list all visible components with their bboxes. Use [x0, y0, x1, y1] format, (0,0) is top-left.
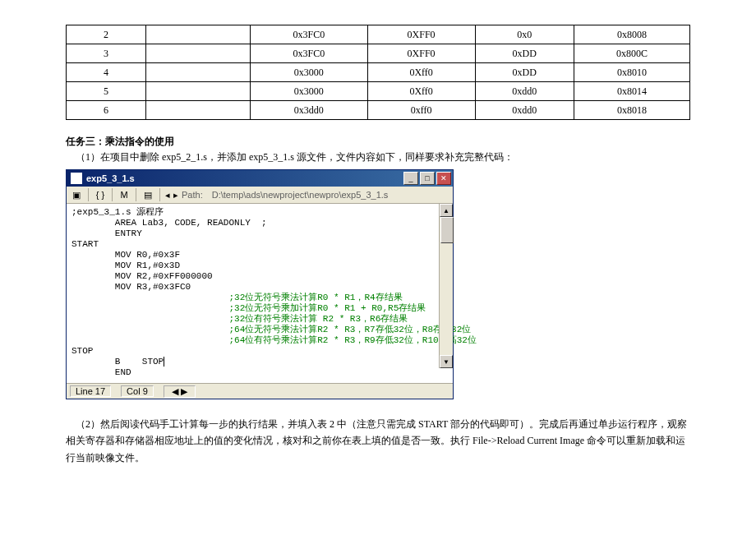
table-row: 6 0x3dd0 0xff0 0xdd0 0x8018: [67, 101, 690, 120]
code-line: MOV R1,#0x3D: [71, 261, 180, 270]
table-row: 3 0x3FC0 0XFF0 0xDD 0x800C: [67, 44, 690, 63]
code-line: ;exp5_3_1.s 源程序: [71, 207, 164, 217]
code-line: STOP: [71, 346, 93, 356]
m-icon[interactable]: M: [118, 188, 131, 201]
cell-c3: 0xdd0: [475, 82, 574, 101]
cell-c3: 0xDD: [475, 44, 574, 63]
cell-c2: 0Xff0: [367, 82, 475, 101]
toolbar-separator: [136, 188, 136, 201]
cell-gap: [146, 25, 251, 44]
cell-gap: [146, 63, 251, 82]
cell-c4: 0x8010: [574, 63, 689, 82]
cell-idx: 3: [67, 44, 146, 63]
braces-icon[interactable]: { }: [94, 188, 107, 201]
code-line: END: [71, 367, 131, 377]
table-body: 2 0x3FC0 0XFF0 0x0 0x8008 3 0x3FC0 0XFF0…: [67, 25, 690, 120]
cell-gap: [146, 101, 251, 120]
cell-idx: 2: [67, 25, 146, 44]
cell-c3: 0xDD: [475, 63, 574, 82]
file-path: D:\temp\ads\newproject\newpro\exp5_3_1.s: [212, 190, 389, 200]
register-table: 2 0x3FC0 0XFF0 0x0 0x8008 3 0x3FC0 0XFF0…: [66, 25, 690, 120]
cell-gap: [146, 44, 251, 63]
title-bar[interactable]: exp5_3_1.s _ □ ✕: [67, 170, 453, 187]
status-extra: ◀ ▶: [164, 385, 196, 398]
code-line: ENTRY: [71, 228, 142, 238]
status-bar: Line 17 Col 9 ◀ ▶: [67, 383, 453, 399]
scroll-down-icon[interactable]: ▼: [440, 355, 453, 368]
status-line: Line 17: [70, 385, 111, 397]
scroll-up-icon[interactable]: ▲: [440, 204, 453, 217]
cell-c1: 0x3FC0: [251, 25, 368, 44]
cell-c3: 0xdd0: [475, 101, 574, 120]
code-comment: ;32位无符号乘加计算R0 * R1 + R0,R5存结果: [228, 303, 426, 313]
file-icon: [70, 172, 83, 185]
cell-idx: 5: [67, 82, 146, 101]
close-button[interactable]: ✕: [436, 172, 451, 185]
cell-c2: 0XFF0: [367, 25, 475, 44]
scroll-thumb[interactable]: [440, 217, 454, 243]
status-col: Col 9: [121, 385, 154, 397]
save-icon[interactable]: ▣: [70, 188, 83, 201]
window-title: exp5_3_1.s: [86, 173, 402, 183]
code-line: MOV R0,#0x3F: [71, 250, 180, 260]
code-line: AREA Lab3, CODE, READONLY ;: [71, 218, 267, 228]
code-editor-window: exp5_3_1.s _ □ ✕ ▣ { } M ▤ ◂ ▸ Path: D:\…: [66, 169, 454, 399]
cell-c1: 0x3dd0: [251, 101, 368, 120]
task-para-2: （2）然后阅读代码手工计算每一步的执行结果，并填入表 2 中（注意只需完成 ST…: [66, 416, 690, 466]
cell-c2: 0XFF0: [367, 44, 475, 63]
doc-icon[interactable]: ▤: [141, 188, 154, 201]
code-comment: ;64位无符号乘法计算R2 * R3，R7存低32位，R8存高32位: [228, 325, 471, 334]
cell-c4: 0x800C: [574, 44, 689, 63]
cell-c4: 0x8008: [574, 25, 689, 44]
cell-c1: 0x3000: [251, 82, 368, 101]
code-area[interactable]: ;exp5_3_1.s 源程序 AREA Lab3, CODE, READONL…: [67, 204, 453, 383]
cell-c3: 0x0: [475, 25, 574, 44]
cell-c4: 0x8018: [574, 101, 689, 120]
toolbar-separator: [88, 188, 89, 201]
toolbar: ▣ { } M ▤ ◂ ▸ Path: D:\temp\ads\newproje…: [67, 187, 453, 204]
nav-arrows-icon[interactable]: ◂ ▸: [165, 188, 178, 201]
cell-idx: 4: [67, 63, 146, 82]
cell-c1: 0x3FC0: [251, 44, 368, 63]
minimize-button[interactable]: _: [403, 172, 418, 185]
cell-c2: 0Xff0: [367, 63, 475, 82]
cell-idx: 6: [67, 101, 146, 120]
caret-icon: [164, 357, 164, 367]
cell-c4: 0x8014: [574, 82, 689, 101]
task-title: 任务三：乘法指令的使用: [66, 135, 690, 149]
task-para-1: （1）在项目中删除 exp5_2_1.s，并添加 exp5_3_1.s 源文件，…: [66, 150, 690, 164]
toolbar-separator: [159, 188, 160, 201]
cell-c2: 0xff0: [367, 101, 475, 120]
vertical-scrollbar[interactable]: ▲ ▼: [439, 204, 453, 368]
code-line: START: [71, 239, 99, 249]
table-row: 2 0x3FC0 0XFF0 0x0 0x8008: [67, 25, 690, 44]
toolbar-separator: [112, 188, 113, 201]
path-label: Path:: [182, 190, 203, 200]
code-line: B STOP: [71, 357, 164, 367]
editor-body: ;exp5_3_1.s 源程序 AREA Lab3, CODE, READONL…: [67, 204, 453, 383]
cell-c1: 0x3000: [251, 63, 368, 82]
table-row: 4 0x3000 0Xff0 0xDD 0x8010: [67, 63, 690, 82]
table-row: 5 0x3000 0Xff0 0xdd0 0x8014: [67, 82, 690, 101]
code-line: MOV R3,#0x3FC0: [71, 282, 191, 292]
cell-gap: [146, 82, 251, 101]
maximize-button[interactable]: □: [420, 172, 435, 185]
code-comment: ;32位有符号乘法计算 R2 * R3，R6存结果: [228, 314, 408, 324]
code-comment: ;32位无符号乘法计算R0 * R1，R4存结果: [228, 293, 402, 302]
code-line: MOV R2,#0xFF000000: [71, 271, 213, 281]
